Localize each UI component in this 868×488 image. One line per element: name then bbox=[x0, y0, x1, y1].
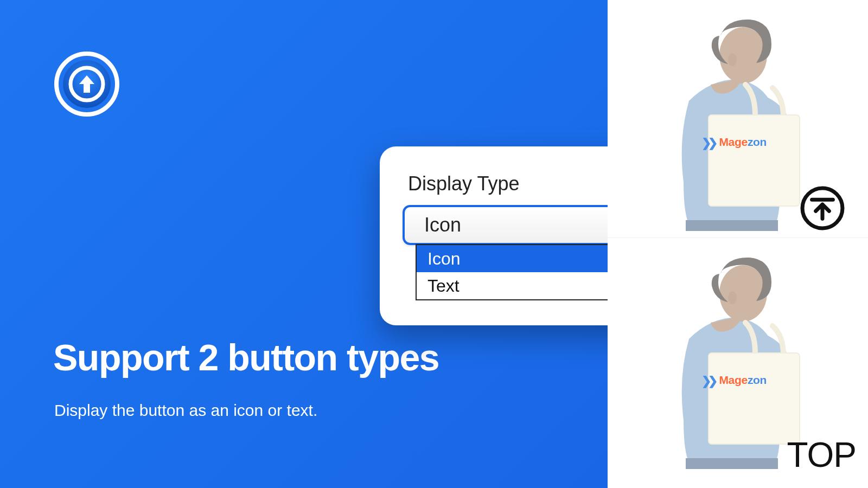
svg-rect-5 bbox=[686, 220, 778, 231]
hero-headline: Support 2 button types bbox=[53, 336, 439, 378]
hero-panel: Support 2 button types Display the butto… bbox=[0, 0, 608, 488]
bag-brand-logo: ❯❯ Magezon bbox=[693, 136, 775, 150]
product-photo bbox=[629, 3, 825, 231]
display-type-value: Icon bbox=[424, 214, 461, 236]
scroll-top-icon-button[interactable] bbox=[799, 184, 846, 232]
svg-rect-11 bbox=[686, 458, 778, 469]
brand-prefix: Mage bbox=[719, 374, 747, 386]
svg-point-4 bbox=[728, 53, 737, 66]
brand-prefix: Mage bbox=[719, 136, 747, 148]
svg-point-10 bbox=[728, 291, 737, 304]
brand-suffix: zon bbox=[748, 136, 767, 148]
preview-icon-variant: ❯❯ Magezon bbox=[608, 0, 868, 237]
svg-rect-12 bbox=[709, 353, 800, 444]
hero-subline: Display the button as an icon or text. bbox=[54, 401, 317, 420]
scroll-top-text-button[interactable]: TOP bbox=[787, 435, 856, 475]
brand-mark-icon: ❯❯ bbox=[701, 136, 714, 150]
promo-slide: Support 2 button types Display the butto… bbox=[0, 0, 868, 488]
brand-mark-icon: ❯❯ bbox=[701, 374, 714, 388]
preview-column: ❯❯ Magezon bbox=[608, 0, 868, 488]
svg-rect-6 bbox=[709, 115, 800, 206]
scroll-top-logo-icon bbox=[54, 52, 119, 117]
brand-suffix: zon bbox=[748, 374, 767, 386]
bag-brand-logo: ❯❯ Magezon bbox=[693, 374, 775, 388]
